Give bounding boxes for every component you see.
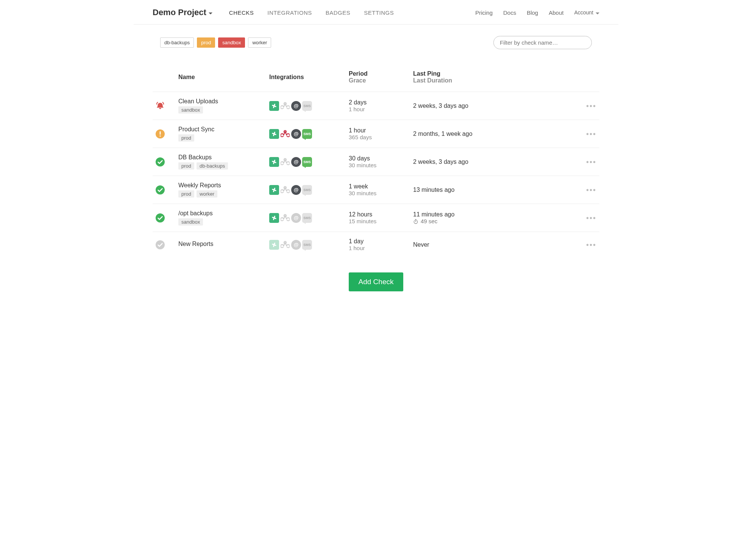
filter-tag-sandbox[interactable]: sandbox [218, 37, 245, 48]
row-actions-menu[interactable]: ••• [580, 186, 596, 194]
webhook-icon[interactable] [280, 157, 290, 167]
check-name[interactable]: New Reports [178, 241, 263, 247]
table-row: New Reports@SMS1 day1 hourNever••• [153, 232, 599, 258]
webhook-icon[interactable] [280, 240, 290, 250]
check-name[interactable]: /opt backups [178, 210, 263, 217]
status-up-icon [156, 185, 165, 194]
integration-icons: @SMS [269, 213, 343, 223]
integration-icons: @SMS [269, 157, 343, 167]
svg-point-9 [156, 157, 165, 166]
webhook-icon[interactable] [280, 101, 290, 111]
nav-tab-badges[interactable]: BADGES [326, 9, 351, 16]
col-period-header: Period [349, 70, 368, 77]
check-tag[interactable]: sandbox [178, 106, 203, 114]
sms-icon[interactable]: SMS [302, 240, 312, 250]
check-period[interactable]: 1 week [349, 183, 407, 190]
nav-link-blog[interactable]: Blog [527, 9, 538, 16]
check-period[interactable]: 2 days [349, 99, 407, 106]
check-tag[interactable]: prod [178, 162, 194, 170]
account-label: Account [574, 9, 593, 16]
email-icon[interactable]: @ [291, 101, 301, 111]
slack-icon[interactable] [269, 157, 279, 167]
email-icon[interactable]: @ [291, 185, 301, 195]
checks-table: Name Integrations Period Grace Last Ping… [153, 70, 599, 257]
check-name[interactable]: Weekly Reports [178, 182, 263, 189]
check-tag[interactable]: db-backups [197, 162, 228, 170]
sms-icon[interactable]: SMS [302, 129, 312, 139]
stopwatch-icon [413, 219, 418, 224]
col-grace-header: Grace [349, 77, 407, 84]
nav-tab-checks[interactable]: CHECKS [229, 9, 254, 16]
check-tag[interactable]: sandbox [178, 218, 203, 226]
webhook-icon[interactable] [280, 129, 290, 139]
webhook-icon[interactable] [280, 185, 290, 195]
filter-tag-worker[interactable]: worker [248, 37, 271, 48]
col-lastduration-header: Last Duration [413, 77, 574, 84]
check-grace: 1 hour [349, 106, 407, 112]
slack-icon[interactable] [269, 101, 279, 111]
filter-tag-prod[interactable]: prod [197, 37, 215, 48]
check-last-ping[interactable]: 13 minutes ago [413, 187, 574, 193]
webhook-icon[interactable] [280, 213, 290, 223]
nav-tab-integrations[interactable]: INTEGRATIONS [267, 9, 312, 16]
check-last-ping[interactable]: 2 weeks, 3 days ago [413, 103, 574, 109]
add-check-button[interactable]: Add Check [349, 272, 404, 291]
svg-point-13 [156, 185, 165, 194]
check-tag[interactable]: prod [178, 134, 194, 142]
nav-tab-settings[interactable]: SETTINGS [364, 9, 394, 16]
row-actions-menu[interactable]: ••• [580, 158, 596, 166]
check-name[interactable]: DB Backups [178, 154, 263, 161]
check-tag[interactable]: worker [197, 190, 217, 198]
nav-link-about[interactable]: About [549, 9, 563, 16]
slack-icon[interactable] [269, 213, 279, 223]
check-grace: 15 minutes [349, 218, 407, 224]
svg-point-25 [156, 240, 165, 249]
status-down-icon [156, 101, 165, 110]
check-period[interactable]: 12 hours [349, 211, 407, 218]
integration-icons: @SMS [269, 240, 343, 250]
account-dropdown[interactable]: Account [574, 9, 599, 16]
status-late-icon [156, 129, 165, 138]
row-actions-menu[interactable]: ••• [580, 214, 596, 222]
check-grace: 30 minutes [349, 162, 407, 168]
slack-icon[interactable] [269, 185, 279, 195]
project-dropdown[interactable]: Demo Project [153, 8, 212, 17]
check-duration: 49 sec [413, 218, 574, 224]
email-icon[interactable]: @ [291, 240, 301, 250]
search-input[interactable] [493, 36, 592, 49]
nav-link-pricing[interactable]: Pricing [475, 9, 493, 16]
check-last-ping[interactable]: 11 minutes ago [413, 211, 574, 218]
check-period[interactable]: 30 days [349, 155, 407, 162]
row-actions-menu[interactable]: ••• [580, 241, 596, 249]
row-actions-menu[interactable]: ••• [580, 102, 596, 110]
slack-icon[interactable] [269, 129, 279, 139]
email-icon[interactable]: @ [291, 213, 301, 223]
svg-rect-22 [415, 219, 417, 219]
check-grace: 30 minutes [349, 190, 407, 196]
sms-icon[interactable]: SMS [302, 101, 312, 111]
status-new-icon [156, 240, 165, 249]
check-period[interactable]: 1 day [349, 238, 407, 245]
check-name[interactable]: Product Sync [178, 126, 263, 133]
email-icon[interactable]: @ [291, 129, 301, 139]
check-last-ping[interactable]: 2 months, 1 week ago [413, 131, 574, 137]
status-up-icon [156, 157, 165, 166]
sms-icon[interactable]: SMS [302, 213, 312, 223]
col-integrations-header: Integrations [269, 74, 304, 80]
nav-link-docs[interactable]: Docs [503, 9, 516, 16]
sms-icon[interactable]: SMS [302, 185, 312, 195]
check-last-ping[interactable]: Never [413, 241, 574, 248]
svg-point-5 [159, 135, 161, 136]
row-actions-menu[interactable]: ••• [580, 130, 596, 138]
check-period[interactable]: 1 hour [349, 127, 407, 134]
check-name[interactable]: Clean Uploads [178, 98, 263, 105]
table-row: Weekly Reportsprodworker@SMS1 week30 min… [153, 176, 599, 204]
check-last-ping[interactable]: 2 weeks, 3 days ago [413, 159, 574, 165]
sms-icon[interactable]: SMS [302, 157, 312, 167]
svg-point-17 [156, 213, 165, 222]
check-grace: 1 hour [349, 245, 407, 251]
slack-icon[interactable] [269, 240, 279, 250]
check-tag[interactable]: prod [178, 190, 194, 198]
email-icon[interactable]: @ [291, 157, 301, 167]
filter-tag-db-backups[interactable]: db-backups [160, 37, 194, 48]
